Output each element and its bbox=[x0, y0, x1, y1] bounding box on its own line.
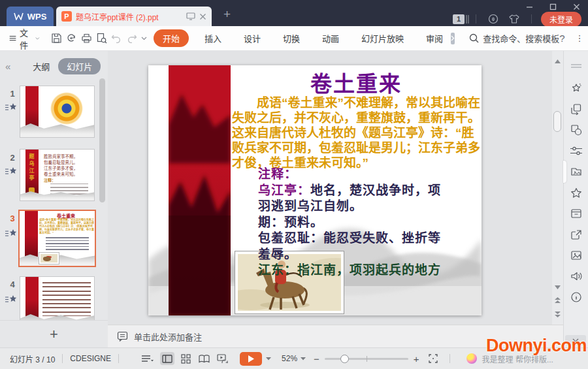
zoom-level[interactable]: 52% bbox=[282, 354, 297, 363]
shapes-icon[interactable] bbox=[570, 124, 582, 136]
undo-icon[interactable] bbox=[111, 31, 122, 46]
panel-scrollbar-thumb[interactable] bbox=[99, 78, 105, 202]
zoom-slider[interactable] bbox=[325, 358, 408, 360]
scroll-down-icon[interactable] bbox=[554, 283, 561, 291]
slides-panel: « 大纲 幻灯片 1 2 题乌江亭 胜败兵家事不期， 包羞忍耻是男儿。 bbox=[0, 51, 108, 347]
view-slideshow-icon[interactable] bbox=[215, 352, 229, 365]
thumb-red-band bbox=[25, 277, 39, 320]
assistant-avatar-icon bbox=[466, 353, 477, 364]
design-templates-icon[interactable] bbox=[570, 166, 582, 178]
fit-to-window-icon[interactable] bbox=[426, 352, 440, 365]
eco-leaf-icon[interactable] bbox=[488, 14, 498, 24]
slide-3-canvas[interactable]: 卷土重来 成语“卷土重来”不难理解，常以其比喻在失败之后，并不灰心，重整旗鼓，重… bbox=[148, 65, 482, 315]
export-icon[interactable] bbox=[66, 31, 77, 46]
command-search[interactable]: 查找命令、搜索模板 bbox=[469, 32, 559, 44]
view-normal-icon[interactable] bbox=[160, 352, 174, 365]
slide-3-thumbnail-selected[interactable]: 卷土重来 成语“卷土重来”不难理解，常以其比喻在失败之后，并不灰心，重整旗鼓，重… bbox=[18, 210, 96, 267]
wps-tab-label: WPS bbox=[27, 12, 47, 22]
switch-windows-icon[interactable] bbox=[570, 103, 582, 115]
minimize-icon[interactable] bbox=[523, 1, 536, 12]
quick-access-chevron-icon[interactable] bbox=[141, 31, 147, 46]
zoom-in-button[interactable]: + bbox=[414, 353, 419, 364]
tab-review[interactable]: 审阅 bbox=[419, 29, 449, 47]
chevron-right-icon bbox=[451, 35, 455, 41]
smart-effects-icon[interactable] bbox=[570, 82, 582, 94]
new-tab-button[interactable]: + bbox=[223, 8, 231, 20]
next-slide-icon[interactable] bbox=[554, 311, 561, 318]
help-button[interactable]: ? bbox=[559, 33, 564, 44]
tab-design[interactable]: 设计 bbox=[237, 29, 267, 47]
ppt-file-icon: P bbox=[61, 11, 72, 22]
slide-2-thumbnail[interactable]: 题乌江亭 胜败兵家事不期， 包羞忍耻是男儿。 江东子弟多才俊， 卷土重来未可知。… bbox=[20, 149, 95, 201]
close-tab-icon[interactable] bbox=[199, 13, 206, 20]
animation-star-icon[interactable] bbox=[5, 103, 17, 112]
divider bbox=[449, 354, 450, 363]
tab-list-icon[interactable] bbox=[466, 14, 469, 24]
picture-icon[interactable] bbox=[570, 249, 582, 261]
zoom-out-button[interactable]: − bbox=[314, 353, 319, 364]
zoom-menu-chevron-icon[interactable] bbox=[301, 357, 306, 361]
play-slideshow-button[interactable] bbox=[240, 352, 262, 366]
collapse-panel-icon[interactable]: « bbox=[5, 61, 10, 72]
tab-insert[interactable]: 插入 bbox=[198, 29, 228, 47]
print-preview-icon[interactable] bbox=[96, 31, 107, 46]
tab-count-badge[interactable]: 1 bbox=[453, 14, 465, 24]
favorites-star-icon[interactable] bbox=[570, 187, 582, 199]
add-slide-button[interactable]: + bbox=[50, 327, 58, 342]
panel-expand-notch[interactable] bbox=[563, 161, 566, 183]
more-options-icon[interactable]: ⋮ bbox=[575, 33, 583, 43]
share-icon[interactable] bbox=[570, 229, 582, 240]
presentation-monitor-icon[interactable] bbox=[186, 12, 195, 20]
annotation-definition: 预料。 bbox=[284, 216, 323, 229]
tab-outline[interactable]: 大纲 bbox=[33, 60, 50, 72]
close-window-icon[interactable] bbox=[570, 1, 583, 12]
skin-tshirt-icon[interactable] bbox=[509, 14, 519, 24]
animation-star-icon[interactable] bbox=[5, 229, 17, 238]
red-band-graphic bbox=[169, 65, 231, 315]
document-tab[interactable]: P 题乌江亭ppt课件 (2).ppt bbox=[56, 7, 212, 26]
more-tabs-button[interactable] bbox=[451, 33, 455, 44]
animation-star-icon[interactable] bbox=[5, 295, 17, 304]
slide-1-thumbnail[interactable] bbox=[20, 86, 95, 138]
theme-name[interactable]: CDESIGNE bbox=[70, 354, 111, 363]
zoom-slider-thumb[interactable] bbox=[340, 355, 349, 363]
tab-slides[interactable]: 幻灯片 bbox=[58, 58, 101, 74]
file-menu[interactable]: 文件 bbox=[9, 26, 40, 51]
hamburger-icon bbox=[9, 35, 16, 42]
slide-4-thumbnail[interactable] bbox=[20, 276, 95, 320]
login-button[interactable]: 未登录 bbox=[541, 12, 581, 27]
tab-home[interactable]: 开始 bbox=[154, 29, 189, 47]
wps-home-tab[interactable]: WPS bbox=[7, 7, 54, 26]
view-reading-icon[interactable] bbox=[197, 352, 211, 365]
slide-intro-text[interactable]: 成语“卷土重来”不难理解，常以其比喻在失败之后，并不灰心，重整旗鼓，重新再干。这… bbox=[232, 95, 480, 170]
search-label: 查找命令、搜索模板 bbox=[483, 32, 559, 44]
titlebar-right-cluster: 1 未登录 bbox=[453, 12, 588, 26]
slide-title[interactable]: 卷土重来 bbox=[231, 67, 482, 98]
slide-counter: 幻灯片 3 / 10 bbox=[10, 353, 55, 364]
tab-animation[interactable]: 动画 bbox=[316, 29, 346, 47]
scrollbar-thumb[interactable] bbox=[553, 111, 561, 132]
slide-annotations[interactable]: 注释： 乌江亭：地名，楚汉战争时，项羽逃到乌江自刎。 期：预料。 包羞忍耻：能忍… bbox=[258, 167, 454, 279]
annotation-line: 江东：指江南，项羽起兵的地方 bbox=[258, 263, 454, 279]
search-icon bbox=[469, 33, 479, 43]
print-icon[interactable] bbox=[81, 31, 92, 46]
ribbon-end-cluster: ? ⋮ bbox=[559, 33, 588, 44]
animation-star-icon[interactable] bbox=[5, 167, 17, 176]
thumbnail-list: 1 2 题乌江亭 胜败兵家事不期， 包羞忍耻是男儿。 江东子弟多才俊， 卷土重来… bbox=[0, 77, 108, 320]
scroll-up-icon[interactable] bbox=[554, 57, 561, 65]
maximize-icon[interactable] bbox=[546, 1, 559, 12]
tab-slideshow[interactable]: 幻灯片放映 bbox=[355, 29, 410, 47]
resource-box-icon[interactable] bbox=[570, 208, 582, 219]
previous-slide-icon[interactable] bbox=[554, 297, 561, 304]
notes-toggle-icon[interactable] bbox=[140, 352, 155, 365]
tab-transitions[interactable]: 切换 bbox=[276, 29, 306, 47]
save-icon[interactable] bbox=[51, 31, 62, 46]
object-properties-icon[interactable] bbox=[570, 145, 582, 157]
audio-speaker-icon[interactable] bbox=[570, 270, 582, 282]
divider bbox=[476, 14, 476, 24]
toolbar-handle-icon[interactable] bbox=[570, 60, 582, 72]
view-slide-sorter-icon[interactable] bbox=[178, 352, 193, 365]
play-options-chevron-icon[interactable] bbox=[266, 357, 271, 361]
info-circle-icon[interactable] bbox=[570, 291, 582, 303]
redo-icon[interactable] bbox=[126, 31, 137, 46]
